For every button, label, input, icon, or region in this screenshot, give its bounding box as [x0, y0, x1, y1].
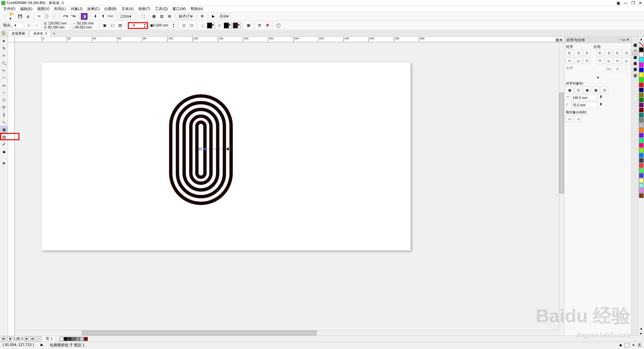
cut-button[interactable]: ✂ [36, 13, 42, 20]
docker-tab-4[interactable]: 插图画廊 [632, 62, 638, 68]
align-center-h[interactable]: ⊐ [575, 49, 582, 56]
dist-left[interactable]: ⊏ [597, 49, 604, 56]
docker-tab-1[interactable]: 对齐和动态辅助线 [632, 44, 638, 50]
launch-dropdown[interactable]: 启动 ▾ [218, 13, 230, 20]
contour-inside-button[interactable]: ▢ [109, 22, 116, 29]
pdf-button[interactable]: PDF [107, 13, 114, 20]
new-button[interactable]: 📄 [1, 13, 8, 20]
palette-color[interactable] [639, 128, 644, 133]
paste-button[interactable]: 📄 [51, 13, 58, 20]
fill-indicator-icon[interactable]: ◆ [619, 343, 622, 347]
snap-dropdown[interactable]: 贴齐(T) ▾ [177, 13, 195, 20]
align-point[interactable]: ⊡ [601, 87, 608, 93]
contour-steps-input[interactable]: ⬚ ▲▼ [128, 22, 148, 29]
y-input[interactable] [48, 26, 68, 30]
polygon-tool[interactable]: ⬠ [1, 97, 7, 103]
docker-tab-2[interactable]: 对齐与分布 [632, 50, 638, 56]
import-button[interactable]: ⬇ [92, 13, 99, 20]
fill-none-swatch[interactable] [625, 343, 629, 348]
palette-color[interactable] [639, 193, 644, 198]
grid-button[interactable]: ▦ [151, 13, 157, 20]
docker-tab-5[interactable]: 设置 [632, 68, 638, 74]
tab-welcome[interactable]: 欢迎屏幕 [8, 30, 29, 37]
dist-center-v[interactable]: ⊔ [605, 57, 612, 64]
handle-end[interactable] [223, 147, 224, 151]
copy-button[interactable]: 📋 [43, 13, 50, 20]
acceleration-button[interactable]: ▦ [245, 22, 252, 29]
zoom-tool[interactable]: 🔍 [1, 60, 7, 66]
tab-document[interactable]: 未命名 -1 [30, 30, 51, 37]
ruler-horizontal[interactable]: 0 20 40 60 80 100 120 140 160 180 200 22… [15, 37, 564, 42]
status-next-icon[interactable]: ▶ [41, 343, 43, 348]
save-button[interactable]: 💾 [17, 13, 23, 20]
palette-color[interactable] [639, 143, 644, 148]
snap-toggle-button[interactable]: ⊞ [166, 13, 173, 20]
outline-color[interactable]: ▾ [207, 22, 215, 29]
step-down[interactable]: ▼ [143, 26, 146, 28]
collapse-icon[interactable]: ▴ [566, 73, 630, 81]
menu-tool[interactable]: 工具(Q) [153, 6, 170, 11]
artistic-tool[interactable]: 〰 [1, 74, 7, 81]
menu-view[interactable]: 视图(V) [35, 6, 52, 11]
add-preset-button[interactable]: ＋ [25, 22, 32, 29]
no-color[interactable] [639, 42, 644, 47]
contour-offset-input[interactable]: ▣ ▲▼ [149, 22, 176, 29]
palette-color[interactable] [639, 148, 644, 153]
align-grid[interactable]: ▦ [592, 87, 599, 93]
align-right[interactable]: ⊏ [583, 49, 591, 56]
contour-outside-button[interactable]: ▧ [117, 22, 123, 29]
palette-color[interactable] [639, 78, 644, 82]
align-x-input[interactable] [571, 95, 598, 101]
palette-color[interactable] [639, 183, 644, 188]
color-direction-button[interactable]: ↕ [199, 22, 206, 29]
palette-menu[interactable]: ▸ [638, 331, 644, 336]
close-icon[interactable]: ✕ [638, 1, 643, 5]
palette-color[interactable] [639, 168, 644, 173]
undo-button[interactable]: ↶▾ [62, 13, 69, 20]
fill-color[interactable]: ▾ [224, 22, 232, 29]
palette-down[interactable]: ▾ [638, 327, 644, 331]
palette-color[interactable] [639, 93, 644, 97]
dist-top[interactable]: ⊓ [597, 57, 604, 64]
palette-color[interactable] [639, 173, 644, 178]
menu-table[interactable]: 表格(T) [136, 6, 152, 11]
menu-effect[interactable]: 效果(C) [85, 6, 102, 11]
shape-tool[interactable]: ✎ [1, 45, 7, 52]
palette-up[interactable]: ▴ [638, 37, 644, 41]
menu-edit[interactable]: 编辑(E) [18, 6, 35, 11]
fullscreen-button[interactable]: ⛶ [140, 13, 146, 20]
align-edge[interactable]: ⊡ [575, 87, 582, 93]
effects-tool[interactable]: ▦ [1, 126, 7, 133]
handle-start[interactable] [199, 148, 201, 150]
ruler-corner[interactable] [8, 37, 15, 42]
object-props-button[interactable]: ◯ [275, 22, 282, 29]
zoom-dropdown[interactable]: 125% ▾ [118, 13, 135, 20]
palette-color[interactable] [639, 52, 644, 57]
align-bottom[interactable]: ⊓ [583, 57, 591, 64]
scrollbar-vertical[interactable] [559, 42, 564, 330]
docker-tab-3[interactable]: 文本属性 [632, 56, 638, 62]
corner-round-button[interactable]: ◻ [188, 22, 195, 29]
quick-custom-tool[interactable]: ⊕ [1, 160, 7, 166]
palette-color[interactable] [639, 133, 644, 138]
text-tool[interactable]: 字 [1, 104, 7, 111]
palette-color[interactable] [639, 188, 644, 193]
mc-none[interactable] [60, 337, 64, 341]
page-prev[interactable]: ◀ [7, 337, 12, 341]
ruler-vertical[interactable] [8, 42, 15, 336]
palette-color[interactable] [639, 153, 644, 158]
parallel-tool[interactable]: ∥ [1, 111, 7, 118]
palette-color[interactable] [639, 57, 644, 62]
align-center-v[interactable]: ⊔ [575, 57, 582, 64]
ellipse-tool[interactable]: ○ [1, 89, 7, 96]
text-add[interactable]: + [623, 65, 630, 72]
launch-icon[interactable]: ▶ [210, 13, 217, 20]
dist-bottom[interactable]: ⊔ [623, 57, 630, 64]
align-left[interactable]: ⊏ [566, 49, 573, 56]
canvas-viewport[interactable] [15, 42, 559, 330]
menu-text[interactable]: 文本(X) [119, 6, 136, 11]
copy-contour-button[interactable]: ⧉ [256, 22, 263, 29]
x-input[interactable] [48, 21, 68, 26]
outline-indicator-icon[interactable]: ✕ [632, 343, 635, 347]
home-icon[interactable]: 🏠 [1, 31, 7, 36]
